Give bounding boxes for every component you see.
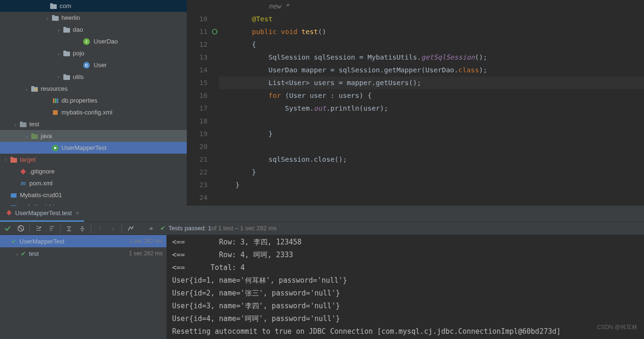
collapse-icon[interactable] (77, 223, 88, 234)
code-line[interactable]: } (219, 179, 644, 191)
tree-label: target (20, 156, 35, 163)
prop-icon (51, 96, 60, 105)
chevron-icon: ⌄ (4, 239, 11, 244)
svg-rect-0 (50, 4, 57, 9)
code-line[interactable]: { (219, 38, 644, 51)
down-arrow-icon[interactable]: ↓ (107, 223, 119, 234)
tree-label: UserDao (94, 38, 118, 45)
console-line: User{id=1, name='何耳林', password='null'} (172, 274, 638, 287)
code-line[interactable]: new * (219, 0, 644, 13)
test-time: 1 sec 282 ms (129, 238, 163, 244)
svg-rect-23 (11, 193, 17, 198)
test-row[interactable]: ⌄✔test1 sec 282 ms (0, 247, 166, 260)
svg-rect-14 (53, 98, 54, 103)
rerun-icon[interactable] (211, 28, 218, 35)
svg-rect-16 (57, 98, 58, 103)
project-tree[interactable]: com⌄heerlin⌄daoIUserDao⌄pojoCUser›utils⌄… (0, 0, 187, 206)
tree-item[interactable]: db.properties (0, 95, 187, 106)
chevron-icon: ⌄ (13, 251, 21, 256)
fld-icon (19, 120, 27, 129)
tree-item[interactable]: UserMapperTest (0, 142, 187, 154)
tree-item[interactable]: IUserDao (0, 35, 187, 47)
up-arrow-icon[interactable]: ↑ (94, 223, 105, 234)
code-line[interactable] (219, 115, 644, 128)
pass-icon: ✔ (11, 238, 17, 245)
svg-line-27 (19, 226, 23, 230)
code-line[interactable] (219, 140, 644, 153)
sort-down-icon[interactable] (33, 223, 44, 234)
run-tab[interactable]: UserMapperTest.test × (0, 206, 84, 222)
tree-item[interactable]: mybatis-rizhi (0, 201, 187, 206)
code-line[interactable]: System.out.println(user); (219, 102, 644, 115)
tree-item[interactable]: CUser (0, 59, 187, 71)
test-time: 1 sec 282 ms (129, 250, 163, 257)
code-line[interactable]: SqlSession sqlSession = MybatisUtils.get… (219, 51, 644, 64)
code-line[interactable]: @Test (219, 13, 644, 26)
test-row[interactable]: ⌄✔UserMapperTest1 sec 282 ms (0, 235, 166, 247)
export-icon[interactable] (125, 223, 136, 234)
tree-item[interactable]: mybatis-config.xml (0, 106, 187, 118)
test-tree[interactable]: ⌄✔UserMapperTest1 sec 282 ms⌄✔test1 sec … (0, 235, 166, 339)
svg-rect-15 (55, 98, 56, 103)
svg-rect-22 (10, 157, 13, 158)
code-line[interactable]: List<User> users = mapper.getUsers(); (219, 77, 644, 89)
code-line[interactable]: } (219, 166, 644, 179)
console-line: <== Row: 4, 呵呵, 2333 (172, 249, 638, 261)
fldo-icon (9, 156, 18, 164)
tree-item[interactable]: mpom.xml (0, 177, 187, 189)
code-line[interactable]: public void test() (219, 26, 644, 38)
sort-up-icon[interactable] (46, 223, 57, 234)
console-line: User{id=4, name='呵呵', password='null'} (172, 313, 638, 325)
code-line[interactable]: for (User user : users) { (219, 89, 644, 102)
mvn-icon: m (19, 179, 27, 188)
tree-item[interactable]: ⌄pojo (0, 47, 187, 59)
tree-item[interactable]: .gitignore (0, 165, 187, 177)
chevron-icon: ⌄ (11, 122, 19, 127)
expand-icon[interactable] (63, 223, 75, 234)
tree-item[interactable]: ›utils (0, 71, 187, 83)
svg-rect-8 (63, 75, 70, 80)
svg-rect-7 (63, 51, 66, 52)
console-output[interactable]: <== Row: 3, 李四, 123458<== Row: 4, 呵呵, 23… (166, 235, 644, 339)
tree-label: test (29, 121, 39, 128)
svg-rect-19 (31, 134, 38, 139)
tree-item[interactable]: ⌄resources (0, 83, 187, 95)
pkg-icon (62, 26, 71, 34)
tree-label: utils (73, 73, 84, 80)
check-icon[interactable] (2, 223, 13, 234)
tree-item[interactable]: ⌄java (0, 130, 187, 142)
res-icon (30, 85, 39, 93)
tree-label: UserMapperTest (61, 144, 106, 151)
tree-label: pom.xml (29, 180, 52, 187)
svg-rect-21 (10, 158, 17, 163)
tree-label: mybatis-config.xml (61, 109, 113, 116)
git-icon (19, 167, 27, 176)
console-line: User{id=3, name='李四', password='null'} (172, 300, 638, 313)
tree-item[interactable]: Mybatis-crud01 (0, 189, 187, 201)
svg-rect-2 (52, 16, 59, 21)
tree-label: heerlin (61, 14, 80, 21)
code-line[interactable] (219, 191, 644, 204)
cls-icon: C (83, 61, 92, 70)
tree-item[interactable]: ⌄dao (0, 24, 187, 35)
tree-item[interactable]: ⌄test (0, 118, 187, 130)
code-editor[interactable]: 101112131415161718192021222324 new * @Te… (187, 0, 644, 206)
pkg-icon (62, 73, 71, 81)
svg-rect-18 (20, 122, 23, 123)
tree-item[interactable]: ⌄heerlin (0, 12, 187, 24)
svg-rect-20 (31, 133, 34, 135)
code-line[interactable]: UserDao mapper = sqlSession.getMapper(Us… (219, 64, 644, 77)
close-icon[interactable]: × (76, 209, 79, 217)
test-name: UserMapperTest (19, 238, 64, 245)
svg-rect-3 (52, 15, 55, 17)
stop-icon[interactable] (15, 223, 26, 234)
code-line[interactable]: sqlSession.close(); (219, 153, 644, 166)
tree-item[interactable]: com (0, 0, 187, 12)
tree-item[interactable]: ›target (0, 154, 187, 165)
xml-icon (51, 108, 60, 117)
code-line[interactable]: } (219, 128, 644, 140)
mod-icon (9, 191, 18, 200)
svg-rect-11 (31, 86, 34, 87)
chevron-icon: ⌄ (23, 86, 30, 91)
svg-rect-12 (35, 88, 37, 91)
